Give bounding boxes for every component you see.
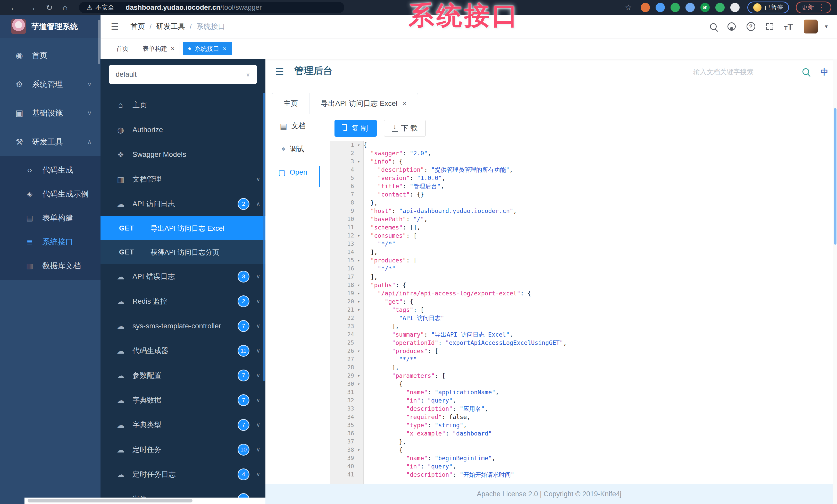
fold-icon[interactable]: ▾: [354, 141, 363, 149]
browser-home-icon[interactable]: ⌂: [63, 3, 68, 12]
api-op-export-api-access-log-excel[interactable]: GET导出API 访问日志 Excel: [101, 216, 265, 240]
sidebar-item-system-api[interactable]: ≣系统接口: [0, 230, 101, 254]
fold-icon[interactable]: ▾: [354, 231, 363, 240]
user-menu-caret-icon[interactable]: ▾: [825, 23, 828, 30]
api-group-api-error-log[interactable]: ☁API 错误日志3∨: [101, 264, 265, 289]
page-scrollbar[interactable]: [833, 59, 837, 504]
hscroll-thumb[interactable]: [28, 499, 193, 502]
paused-extension-pill[interactable]: 已暂停: [747, 2, 789, 13]
fold-icon[interactable]: ▾: [354, 289, 363, 297]
doc-search-icon[interactable]: [802, 68, 809, 76]
api-group-home[interactable]: ⌂主页: [101, 93, 265, 117]
code-text: "paths": {: [363, 281, 406, 289]
doc-tab-导出API 访问日志 Excel[interactable]: 导出API 访问日志 Excel×: [309, 93, 418, 114]
address-bar[interactable]: ⚠ 不安全 dashboard.yudao.iocoder.cn/tool/sw…: [79, 2, 344, 13]
app-logo[interactable]: 芋道管理系统: [0, 15, 101, 38]
browser-back-icon[interactable]: ←: [10, 3, 18, 12]
tab-首页[interactable]: 首页: [111, 42, 134, 55]
extension-pin-blue-icon[interactable]: [656, 3, 665, 12]
swagger-scrollbar[interactable]: [263, 93, 265, 381]
sidebar-item-form-builder[interactable]: ▤表单构建: [0, 206, 101, 230]
api-group-select[interactable]: default ∨: [109, 65, 257, 84]
hamburger-icon[interactable]: ☰: [111, 21, 119, 32]
code-line: 35 "type": "string",: [330, 421, 833, 429]
tab-系统接口[interactable]: 系统接口×: [183, 42, 232, 55]
api-group-doc-manage[interactable]: ▥文档管理∨: [101, 167, 265, 192]
bookmark-star-icon[interactable]: ☆: [625, 4, 632, 11]
page-scroll-thumb[interactable]: [834, 108, 836, 245]
fold-icon[interactable]: ▾: [354, 306, 363, 314]
fold-icon[interactable]: ▾: [354, 256, 363, 264]
search-icon[interactable]: [710, 23, 717, 30]
api-group-api-access-log[interactable]: ☁API 访问日志2∧: [101, 192, 265, 216]
sidebar-item-dashboard[interactable]: ◉首页: [0, 41, 101, 70]
extension-grid-blue-icon[interactable]: [685, 3, 695, 12]
github-icon[interactable]: [728, 22, 736, 31]
code-line: 14 ],: [330, 248, 833, 256]
download-button[interactable]: 下 载: [384, 120, 426, 137]
collapse-sidebar-icon[interactable]: ☰: [275, 66, 284, 77]
sidebar-item-dev-tools[interactable]: ⚒研发工具∧: [0, 128, 101, 156]
breadcrumb-item[interactable]: 研发工具: [156, 22, 185, 32]
fold-icon[interactable]: ▾: [354, 297, 363, 306]
fold-icon[interactable]: ▾: [354, 281, 363, 289]
swagger-hscrollbar[interactable]: [24, 498, 265, 504]
fold-icon[interactable]: ▾: [354, 372, 363, 380]
api-group-code-generator[interactable]: ☁代码生成器11∨: [101, 338, 265, 363]
user-avatar[interactable]: [804, 20, 818, 34]
sidebar-scrollbar[interactable]: [98, 20, 100, 64]
app-menu: ◉首页⚙系统管理∨▣基础设施∨⚒研发工具∧‹›代码生成◈代码生成示例▤表单构建≣…: [0, 41, 101, 280]
code-editor[interactable]: 1▾{2 "swagger": "2.0",3▾ "info": {4 "des…: [330, 141, 833, 484]
doc-tab-主页[interactable]: 主页: [272, 93, 309, 114]
extension-green-ring-icon[interactable]: [671, 3, 680, 12]
api-group-sms-template[interactable]: ☁sys-sms-template-controller7∨: [101, 314, 265, 338]
fold-icon[interactable]: ▾: [354, 157, 363, 166]
api-group-scheduled-job-log[interactable]: ☁定时任务日志4∨: [101, 462, 265, 487]
fold-icon[interactable]: ▾: [354, 446, 363, 454]
browser-menu-icon[interactable]: ⋮: [818, 4, 825, 11]
code-text: "description": "提供管理员管理的所有功能",: [363, 166, 513, 174]
api-group-param-config[interactable]: ☁参数配置7∨: [101, 363, 265, 388]
copy-button[interactable]: 复 制: [335, 120, 377, 137]
api-group-dict-type[interactable]: ☁字典类型7∨: [101, 413, 265, 437]
doc-nav-open[interactable]: ▢Open: [265, 161, 320, 184]
font-size-icon[interactable]: TT: [784, 22, 793, 32]
line-number: 3: [330, 157, 354, 166]
extension-green-icon[interactable]: [715, 3, 725, 12]
extension-6h-icon[interactable]: 6h: [700, 3, 710, 12]
api-op-get-api-access-log-page[interactable]: GET获得API 访问日志分页: [101, 240, 265, 264]
breadcrumb-item[interactable]: 系统接口: [196, 22, 225, 32]
fold-icon[interactable]: ▾: [354, 380, 363, 388]
breadcrumb-item[interactable]: 首页: [130, 22, 145, 32]
extension-orange-icon[interactable]: [641, 3, 650, 12]
sidebar-item-code-gen[interactable]: ‹›代码生成: [0, 158, 101, 182]
sidebar-item-system-manage[interactable]: ⚙系统管理∨: [0, 70, 101, 99]
api-group-dict-data[interactable]: ☁字典数据7∨: [101, 388, 265, 413]
api-group-scheduled-job[interactable]: ☁定时任务10∨: [101, 437, 265, 462]
language-toggle[interactable]: 中: [820, 67, 828, 77]
sidebar-item-infrastructure[interactable]: ▣基础设施∨: [0, 99, 101, 128]
doc-nav-debug[interactable]: ⌖调试: [265, 137, 320, 161]
doc-search-input[interactable]: [692, 66, 795, 78]
extension-white-icon[interactable]: [730, 3, 740, 12]
close-icon[interactable]: ×: [403, 99, 406, 107]
fold-spacer: [354, 264, 363, 273]
tab-表单构建[interactable]: 表单构建×: [137, 42, 180, 55]
close-icon[interactable]: ×: [171, 45, 175, 52]
code-text: ],: [363, 322, 399, 331]
api-group-swagger-models[interactable]: ❖Swagger Models: [101, 142, 265, 167]
code-text: "swagger": "2.0",: [363, 149, 431, 157]
browser-forward-icon[interactable]: →: [28, 3, 36, 12]
api-group-redis-monitor[interactable]: ☁Redis 监控2∨: [101, 289, 265, 314]
help-icon[interactable]: ?: [747, 22, 755, 31]
code-line: 17 ],: [330, 273, 833, 281]
browser-reload-icon[interactable]: ↻: [46, 3, 53, 12]
update-pill[interactable]: 更新 ⋮: [796, 2, 831, 13]
fold-icon[interactable]: ▾: [354, 347, 363, 355]
close-icon[interactable]: ×: [223, 45, 227, 52]
sidebar-item-code-gen-demo[interactable]: ◈代码生成示例: [0, 182, 101, 206]
sidebar-item-db-doc[interactable]: ▦数据库文档: [0, 254, 101, 278]
api-group-authorize[interactable]: ◍Authorize: [101, 117, 265, 142]
fullscreen-icon[interactable]: [766, 23, 773, 30]
doc-nav-doc[interactable]: ▤文档: [265, 114, 320, 137]
